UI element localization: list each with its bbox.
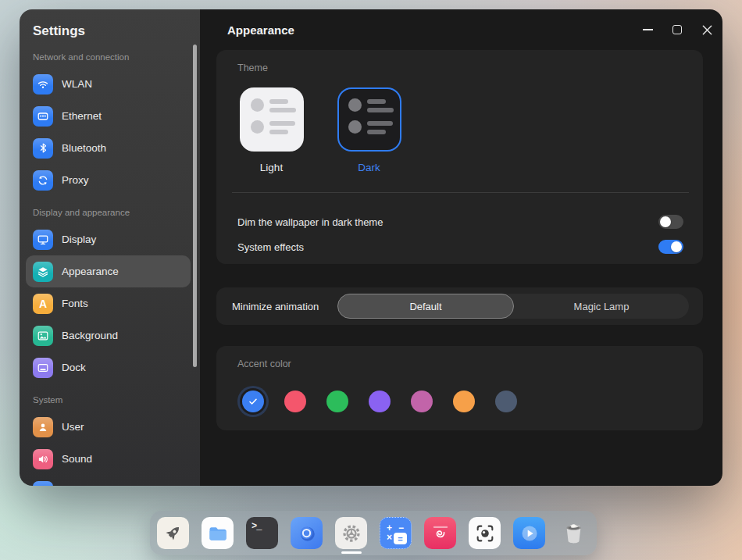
app-title: Settings [33, 22, 187, 41]
titlebar: Appearance [200, 9, 722, 50]
accent-swatch-red[interactable] [284, 391, 306, 412]
system-effects-row: System effects [237, 234, 683, 259]
display-icon [33, 230, 53, 250]
sidebar-item-label: Background [62, 330, 118, 341]
sidebar-item-label: Proxy [62, 174, 89, 186]
minimize-animation-label: Minimize animation [232, 301, 319, 312]
dock-item-trash[interactable] [558, 517, 590, 549]
accent-swatch-blue[interactable] [242, 391, 264, 412]
dock-item-screenshot[interactable] [469, 517, 501, 549]
dock-item-browser[interactable] [291, 517, 323, 549]
layers-icon [33, 262, 53, 282]
dock-item-app-store[interactable] [424, 517, 456, 549]
sidebar-item-bluetooth[interactable]: Bluetooth [26, 132, 191, 164]
segment-default[interactable]: Default [337, 294, 514, 319]
dock: >_ + − × = [150, 511, 597, 555]
dock-panel-icon [33, 358, 53, 378]
accent-swatch-magenta[interactable] [411, 391, 433, 412]
system-effects-label: System effects [237, 241, 658, 253]
minimize-animation-card: Minimize animation Default Magic Lamp [216, 287, 703, 325]
check-icon [247, 395, 259, 408]
settings-window: Settings Network and connection WLAN Eth… [20, 9, 722, 486]
bluetooth-icon [33, 138, 53, 159]
gear-icon [340, 522, 363, 545]
minimize-animation-segmented-control: Default Magic Lamp [337, 294, 689, 319]
speaker-icon [33, 449, 53, 469]
light-theme-preview[interactable] [240, 87, 304, 152]
browser-icon [295, 522, 319, 545]
settings-content: Theme Light [200, 50, 722, 430]
sidebar-item-appearance[interactable]: Appearance [26, 255, 191, 287]
sidebar-item-label: Bluetooth [62, 142, 106, 154]
user-icon [33, 417, 53, 437]
dark-theme-label: Dark [358, 161, 380, 174]
sidebar-item-sound[interactable]: Sound [26, 443, 191, 475]
maximize-button[interactable] [671, 23, 683, 36]
dock-item-media-player[interactable] [513, 517, 545, 549]
segment-magic-lamp[interactable]: Magic Lamp [514, 294, 689, 319]
accent-swatch-slate[interactable] [495, 391, 517, 412]
sidebar-item-proxy[interactable]: Proxy [26, 164, 191, 196]
sidebar-item-partial[interactable] [26, 475, 191, 486]
theme-option-light[interactable]: Light [237, 87, 305, 174]
folder-icon [207, 523, 229, 544]
wifi-icon [33, 74, 53, 95]
system-effects-toggle[interactable] [658, 240, 683, 254]
page-title: Appearance [227, 23, 624, 37]
desktop-background: Settings Network and connection WLAN Eth… [0, 0, 742, 560]
theme-card: Theme Light [216, 50, 703, 264]
section-display-and-appearance: Display and appearance [33, 207, 187, 219]
section-system: System [33, 394, 187, 406]
dock-item-file-manager[interactable] [202, 517, 234, 549]
accent-swatch-orange[interactable] [453, 391, 475, 412]
screenshot-icon [474, 523, 496, 544]
close-button[interactable] [701, 23, 713, 36]
letter-a-icon: A [33, 294, 53, 314]
sidebar-item-label: WLAN [62, 78, 92, 90]
accent-section-label: Accent color [237, 358, 687, 370]
sidebar-item-label: User [62, 421, 84, 433]
section-network-and-connection: Network and connection [33, 52, 187, 63]
divider [232, 192, 689, 193]
partial-icon [33, 481, 53, 487]
image-icon [33, 326, 53, 346]
accent-color-card: Accent color [216, 346, 703, 430]
dock-item-terminal[interactable]: >_ [246, 517, 278, 549]
sidebar-scrollbar[interactable] [193, 45, 197, 367]
sidebar-item-display[interactable]: Display [26, 223, 191, 255]
dock-item-settings[interactable] [335, 517, 367, 549]
accent-swatch-green[interactable] [326, 391, 348, 412]
sidebar-item-ethernet[interactable]: Ethernet [26, 100, 191, 132]
terminal-icon: >_ [251, 521, 261, 532]
sidebar-item-label: Dock [62, 362, 86, 373]
proxy-icon [33, 170, 53, 191]
dim-wallpaper-row: Dim the wallpaper in dark theme [237, 209, 683, 234]
dim-wallpaper-label: Dim the wallpaper in dark theme [237, 216, 658, 228]
theme-section-label: Theme [237, 62, 683, 74]
dim-wallpaper-toggle[interactable] [658, 215, 683, 229]
sidebar-item-fonts[interactable]: A Fonts [26, 287, 191, 319]
sidebar-item-dock[interactable]: Dock [26, 351, 191, 383]
dock-item-launcher[interactable] [157, 517, 189, 549]
main-panel: Appearance Theme [200, 9, 722, 486]
dark-theme-preview[interactable] [337, 87, 401, 152]
dock-item-calculator[interactable]: + − × = [380, 517, 412, 549]
sidebar-item-label: Display [62, 234, 96, 245]
sidebar: Settings Network and connection WLAN Eth… [20, 9, 200, 486]
sidebar-item-label: Appearance [62, 266, 119, 277]
ethernet-icon [33, 106, 53, 127]
minimize-button[interactable] [641, 23, 654, 36]
rocket-icon [162, 523, 184, 544]
sidebar-item-label: Ethernet [62, 110, 102, 122]
light-theme-label: Light [260, 161, 283, 174]
trash-icon [562, 521, 586, 545]
sidebar-item-wlan[interactable]: WLAN [26, 68, 191, 100]
app-store-icon [430, 523, 451, 544]
sidebar-item-label: Fonts [62, 298, 88, 309]
accent-swatch-purple[interactable] [369, 391, 391, 412]
sidebar-item-label: Sound [62, 453, 92, 465]
media-player-icon [519, 523, 540, 544]
sidebar-item-background[interactable]: Background [26, 319, 191, 351]
sidebar-item-user[interactable]: User [26, 411, 191, 443]
theme-option-dark[interactable]: Dark [335, 87, 403, 174]
